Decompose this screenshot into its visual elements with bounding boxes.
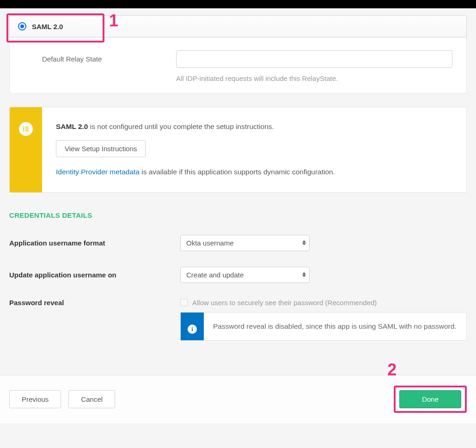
relay-state-label: Default Relay State: [24, 50, 167, 63]
cancel-button[interactable]: Cancel: [68, 390, 115, 408]
update-username-on-select[interactable]: Create and update: [180, 267, 310, 283]
saml-option-container: SAML 2.0 1: [9, 15, 467, 37]
annotation-1: 1: [6, 13, 118, 43]
setup-message: SAML 2.0 is not configured until you com…: [56, 121, 452, 132]
password-reveal-checkbox-label: Allow users to securely see their passwo…: [192, 299, 377, 307]
update-username-on-label: Update application username on: [9, 271, 171, 279]
app-username-format-select[interactable]: Okta username: [180, 235, 310, 251]
annotation-2: 2: [387, 362, 401, 378]
relay-state-hint: All IDP-initiated requests will include …: [176, 74, 452, 82]
setup-banner: SAML 2.0 is not configured until you com…: [9, 107, 467, 193]
svg-rect-5: [25, 130, 29, 131]
idp-metadata-line: Identity Provider metadata is available …: [56, 166, 452, 177]
relay-state-input[interactable]: [176, 50, 452, 68]
password-reveal-info-text: Password reveal is disabled, since this …: [204, 313, 466, 340]
done-highlight-box: Done: [394, 386, 467, 413]
app-username-format-label: Application username format: [9, 239, 171, 247]
svg-rect-3: [25, 129, 29, 129]
password-reveal-checkbox[interactable]: [180, 299, 188, 306]
wizard-footer: Previous Cancel 2 Done: [0, 375, 476, 423]
svg-point-4: [23, 130, 24, 132]
password-reveal-info: i Password reveal is disabled, since thi…: [180, 312, 467, 341]
svg-point-0: [23, 127, 24, 128]
view-setup-instructions-button[interactable]: View Setup Instructions: [56, 140, 146, 157]
setup-icon-column: [10, 107, 42, 192]
info-icon: i: [188, 325, 197, 334]
password-reveal-label: Password reveal: [9, 299, 171, 307]
relay-state-panel: Default Relay State All IDP-initiated re…: [9, 37, 467, 94]
svg-rect-1: [25, 127, 29, 128]
list-icon: [19, 122, 33, 136]
top-blackbar: [0, 0, 476, 8]
previous-button[interactable]: Previous: [9, 390, 61, 408]
credentials-details-heading: CREDENTIALS DETAILS: [9, 211, 467, 219]
svg-point-2: [23, 129, 24, 130]
done-button[interactable]: Done: [399, 390, 461, 408]
identity-provider-metadata-link[interactable]: Identity Provider metadata: [56, 168, 140, 176]
